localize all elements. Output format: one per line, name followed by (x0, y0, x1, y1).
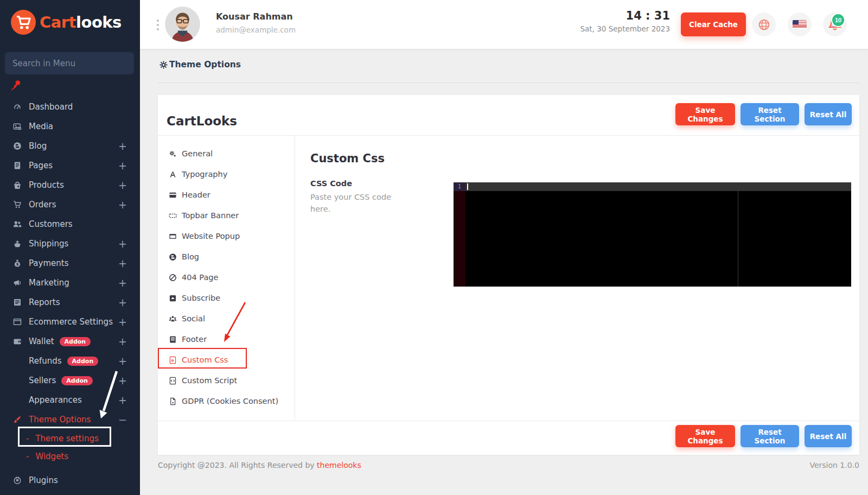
header-icon (169, 191, 177, 199)
tab-gdpr-cookies-consent[interactable]: GDPR (Cookies Consent) (158, 391, 295, 411)
breadcrumb: Theme Options (159, 60, 241, 69)
notification-count-badge: 10 (831, 13, 845, 27)
sidebar-item-theme-settings[interactable]: -Theme settings (0, 429, 140, 447)
subscribe-icon (169, 294, 177, 302)
expand-plus-icon[interactable]: + (118, 180, 127, 191)
sidebar-item-products[interactable]: Products+ (0, 175, 140, 195)
tab-website-popup[interactable]: Website Popup (158, 226, 295, 246)
app-logo[interactable]: Cartlooks (11, 10, 122, 35)
plugins-icon (13, 476, 22, 485)
expand-plus-icon[interactable]: + (118, 356, 127, 366)
tab-topbar-banner[interactable]: Topbar Banner (158, 205, 295, 226)
sidebar-item-widgets[interactable]: -Widgets (0, 447, 140, 465)
tab-label: Subscribe (182, 294, 220, 302)
topbar-banner-icon (169, 212, 177, 220)
pages-icon (13, 161, 22, 170)
avatar[interactable] (165, 7, 200, 42)
tab-blog[interactable]: Blog (158, 246, 295, 267)
version-text: Version 1.0.0 (809, 461, 859, 469)
collapse-minus-icon[interactable]: − (118, 415, 127, 425)
kebab-menu-icon[interactable] (155, 17, 161, 33)
tab-general[interactable]: General (158, 143, 295, 164)
sidebar-item-appearances[interactable]: Appearances+ (0, 390, 140, 410)
tab-label: General (182, 149, 213, 158)
tab-404-page[interactable]: 404 Page (158, 267, 295, 288)
sidebar-item-payments[interactable]: $Payments+ (0, 253, 140, 273)
sidebar-item-shippings[interactable]: Shippings+ (0, 234, 140, 253)
sidebar-item-label: Wallet (29, 337, 54, 346)
submenu-dash: - (26, 452, 29, 461)
sidebar-item-plugins[interactable]: Plugins (0, 471, 140, 490)
tab-typography[interactable]: Typography (158, 164, 295, 185)
sidebar-menu: DashboardMediaBlog+Pages+Products+Orders… (0, 97, 140, 495)
cart-logo-icon (11, 10, 36, 35)
themelooks-link[interactable]: themelooks (317, 461, 361, 469)
sidebar-item-wallet[interactable]: WalletAddon+ (0, 332, 140, 351)
sidebar-item-sellers[interactable]: SellersAddon+ (0, 371, 140, 390)
reset-section-button-bottom[interactable]: Reset Section (741, 425, 799, 447)
expand-plus-icon[interactable]: + (118, 200, 127, 210)
save-changes-button-top[interactable]: Save Changes (675, 103, 735, 125)
sidebar-item-customers[interactable]: Customers (0, 214, 140, 234)
ecommerce-settings-icon (13, 318, 22, 326)
sidebar-item-dashboard[interactable]: Dashboard (0, 97, 140, 117)
expand-plus-icon[interactable]: + (118, 337, 127, 347)
tab-subscribe[interactable]: Subscribe (158, 288, 295, 308)
expand-plus-icon[interactable]: + (118, 317, 127, 327)
sidebar-item-reports[interactable]: Reports+ (0, 293, 140, 312)
sidebar-item-partial[interactable] (0, 490, 140, 495)
sidebar-item-marketing[interactable]: Marketing+ (0, 273, 140, 293)
expand-plus-icon[interactable]: + (118, 278, 127, 288)
editor-print-margin (738, 191, 738, 287)
gear-icon (159, 61, 168, 69)
language-globe-button[interactable] (752, 12, 776, 36)
user-name[interactable]: Kousar Rahman (216, 11, 293, 22)
sidebar-item-orders[interactable]: Orders+ (0, 195, 140, 214)
css-code-editor[interactable]: 1 (454, 182, 851, 287)
customers-icon (13, 220, 22, 229)
tab-label: Social (182, 314, 205, 323)
reset-section-button-top[interactable]: Reset Section (741, 103, 799, 125)
tab-header[interactable]: Header (158, 185, 295, 205)
save-changes-button-bottom[interactable]: Save Changes (675, 425, 735, 447)
gdpr-icon (169, 397, 177, 405)
expand-plus-icon[interactable]: + (118, 239, 127, 249)
css-code-label: CSS Code (310, 179, 352, 188)
expand-plus-icon[interactable]: + (118, 395, 127, 405)
sidebar-item-label: Ecommerce Settings (29, 317, 113, 327)
sidebar-item-refunds[interactable]: RefundsAddon+ (0, 351, 140, 371)
sidebar-item-media[interactable]: Media (0, 117, 140, 136)
sidebar-item-label: Sellers (29, 376, 56, 385)
reset-all-button-bottom[interactable]: Reset All (805, 425, 852, 447)
tab-social[interactable]: Social (158, 308, 295, 329)
sidebar-item-pages[interactable]: Pages+ (0, 156, 140, 175)
sidebar-item-label: Dashboard (29, 102, 73, 112)
tab-custom-css[interactable]: Custom Css (158, 350, 295, 370)
sidebar-item-theme-options[interactable]: Theme Options− (0, 410, 140, 429)
notifications-button[interactable]: 10 (823, 12, 847, 36)
tab-footer[interactable]: Footer (158, 329, 295, 350)
copyright-text: Copyright @2023. All Rights Reserved by … (158, 461, 361, 469)
sidebar-item-ecommerce-settings[interactable]: Ecommerce Settings+ (0, 312, 140, 332)
reset-all-button-top[interactable]: Reset All (805, 103, 852, 125)
expand-plus-icon[interactable]: + (118, 161, 127, 171)
expand-plus-icon[interactable]: + (118, 376, 127, 386)
tab-custom-script[interactable]: Custom Script (158, 370, 295, 391)
locale-flag-button[interactable] (788, 12, 812, 36)
tab-label: Topbar Banner (182, 211, 239, 220)
orders-icon (13, 200, 22, 209)
search-input[interactable] (5, 52, 134, 74)
sidebar-item-blog[interactable]: Blog+ (0, 136, 140, 156)
tab-label: Website Popup (182, 232, 240, 240)
sidebar-item-label: Blog (29, 141, 47, 151)
payments-icon: $ (13, 259, 22, 268)
expand-plus-icon[interactable]: + (118, 297, 127, 308)
typography-icon (169, 170, 177, 179)
bell-icon: 10 (828, 17, 842, 31)
clear-cache-button[interactable]: Clear Cache (681, 12, 746, 36)
expand-plus-icon[interactable]: + (118, 258, 127, 269)
pushpin-icon[interactable] (10, 79, 22, 91)
expand-plus-icon[interactable]: + (118, 141, 127, 151)
sidebar-item-label: Marketing (29, 278, 69, 288)
sidebar: Cartlooks DashboardMediaBlog+Pages+Produ… (0, 0, 140, 495)
